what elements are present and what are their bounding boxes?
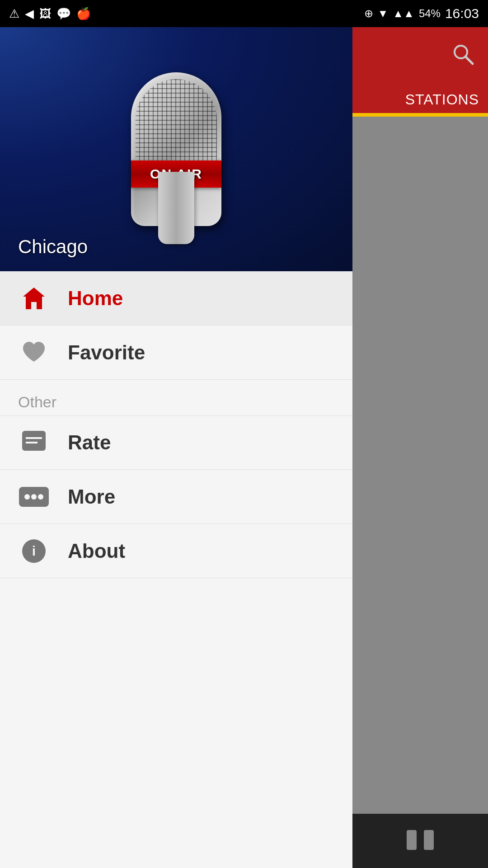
- time-label: 16:03: [445, 6, 479, 21]
- svg-marker-0: [23, 288, 45, 309]
- drawer: ON AIR Chicago Home: [0, 27, 352, 868]
- microphone-illustration: ON AIR: [81, 36, 271, 262]
- stations-text: STATIONS: [405, 91, 479, 108]
- right-content-area: [352, 117, 488, 814]
- nav-more-label: More: [68, 486, 115, 508]
- status-bar-right: ⊕ ▼ ▲▲ 54% 16:03: [364, 6, 479, 21]
- back-icon[interactable]: ◀: [25, 7, 34, 21]
- section-other-header: Other: [0, 380, 352, 415]
- svg-text:i: i: [32, 543, 36, 558]
- nav-about-label: About: [68, 540, 125, 562]
- status-bar-left: ⚠ ◀ 🖼 💬 🍎: [9, 7, 91, 21]
- svg-rect-1: [22, 431, 46, 451]
- nav-item-home[interactable]: Home: [0, 271, 352, 326]
- city-label: Chicago: [18, 236, 88, 258]
- nav-item-about[interactable]: i About: [0, 524, 352, 578]
- app-icon: 🍎: [76, 7, 91, 21]
- svg-point-7: [31, 494, 37, 500]
- notification-icon: ⚠: [9, 7, 19, 21]
- nav-favorite-label: Favorite: [68, 341, 145, 364]
- search-icon[interactable]: [452, 43, 474, 71]
- pause-button[interactable]: [402, 826, 438, 855]
- heart-icon: [18, 337, 50, 368]
- stations-label-bar: STATIONS: [352, 86, 488, 113]
- status-bar: ⚠ ◀ 🖼 💬 🍎 ⊕ ▼ ▲▲ 54% 16:03: [0, 0, 488, 27]
- home-icon: [18, 283, 50, 314]
- svg-marker-2: [24, 452, 29, 455]
- add-icon: ⊕: [364, 7, 373, 20]
- svg-point-6: [24, 494, 30, 500]
- nav-home-label: Home: [68, 287, 123, 310]
- info-icon: i: [18, 535, 50, 567]
- nav-item-more[interactable]: More: [0, 470, 352, 524]
- more-icon: [18, 481, 50, 513]
- chat-icon: 💬: [56, 7, 71, 21]
- wifi-icon: ▼: [378, 7, 389, 20]
- rate-icon: [18, 427, 50, 458]
- svg-rect-14: [424, 830, 434, 850]
- right-panel: STATIONS: [352, 27, 488, 868]
- player-bar[interactable]: [352, 814, 488, 868]
- signal-icon: ▲▲: [393, 7, 414, 20]
- mic-handle: [158, 172, 194, 244]
- hero-background: ON AIR Chicago: [0, 27, 352, 271]
- svg-point-8: [38, 494, 43, 500]
- yellow-accent-bar: [352, 113, 488, 117]
- nav-rate-label: Rate: [68, 431, 111, 454]
- hero-image: ON AIR Chicago: [0, 27, 352, 271]
- app-container: ON AIR Chicago Home: [0, 27, 488, 868]
- battery-label: 54%: [419, 7, 441, 20]
- right-header: [352, 27, 488, 86]
- nav-item-rate[interactable]: Rate: [0, 415, 352, 470]
- svg-rect-13: [407, 830, 417, 850]
- nav-item-favorite[interactable]: Favorite: [0, 326, 352, 380]
- image-icon: 🖼: [39, 7, 51, 21]
- svg-line-12: [465, 57, 473, 64]
